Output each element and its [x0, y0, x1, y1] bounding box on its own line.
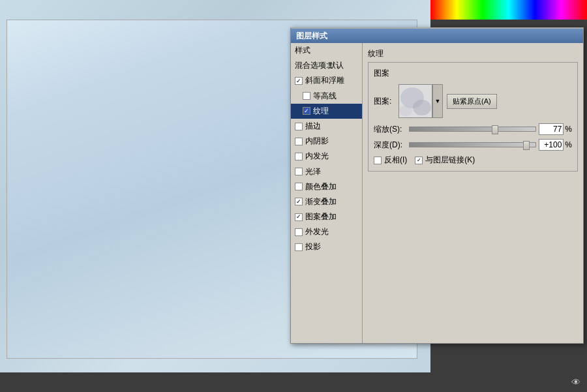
drop-shadow-checkbox[interactable] [295, 243, 303, 251]
sidebar-item-style-label: 样式 [291, 43, 362, 58]
color-bar [430, 0, 587, 20]
sidebar-item-color-overlay[interactable]: 颜色叠加 [291, 179, 362, 194]
texture-checkbox[interactable] [303, 107, 310, 115]
bevel-label: 斜面和浮雕 [305, 74, 344, 87]
dialog-body: 样式 混合选项:默认 斜面和浮雕 等高线 纹理 描边 [291, 43, 583, 343]
scale-percent-label: % [565, 125, 572, 134]
sidebar-item-texture[interactable]: 纹理 [291, 104, 362, 119]
depth-slider-thumb[interactable] [523, 141, 530, 150]
satin-label: 光泽 [305, 166, 321, 178]
blend-label: 混合选项:默认 [295, 59, 344, 72]
sub-section-title: 图案 [374, 68, 572, 79]
sidebar-item-outer-glow[interactable]: 外发光 [291, 224, 362, 239]
dialog-title: 图层样式 [296, 31, 327, 42]
inner-glow-label: 内发光 [305, 150, 329, 162]
pattern-row: 图案: [374, 84, 572, 118]
eye-icon: 👁 [571, 377, 580, 387]
section-title: 纹理 [368, 48, 578, 59]
scale-slider-thumb[interactable] [492, 125, 498, 134]
pattern-dropdown-button[interactable]: ▼ [432, 84, 443, 118]
dialog-sidebar: 样式 混合选项:默认 斜面和浮雕 等高线 纹理 描边 [291, 43, 363, 343]
pattern-preview[interactable] [399, 84, 432, 118]
link-checkbox[interactable] [415, 157, 423, 164]
scale-label: 缩放(S): [374, 124, 406, 135]
color-overlay-label: 颜色叠加 [305, 181, 337, 193]
dialog-content: 纹理 图案 图案: [363, 43, 583, 343]
gradient-overlay-checkbox[interactable] [295, 198, 303, 205]
depth-slider-row: 深度(D): % [374, 139, 572, 151]
bottom-bar: 👁 [0, 372, 587, 392]
scale-slider-row: 缩放(S): % [374, 123, 572, 135]
depth-value-input[interactable] [539, 139, 564, 151]
sidebar-item-inner-glow[interactable]: 内发光 [291, 149, 362, 164]
depth-percent-label: % [565, 140, 572, 149]
pattern-section-box: 图案 图案: [368, 62, 578, 172]
layer-style-dialog: 图层样式 样式 混合选项:默认 斜面和浮雕 等高线 纹理 [290, 27, 584, 344]
contour-checkbox[interactable] [303, 92, 310, 100]
inner-shadow-checkbox[interactable] [295, 138, 303, 145]
pattern-preview-inner [399, 85, 432, 117]
dialog-titlebar: 图层样式 [291, 29, 583, 43]
inner-shadow-label: 内阴影 [305, 135, 329, 147]
sidebar-item-drop-shadow[interactable]: 投影 [291, 239, 362, 254]
snap-to-origin-button[interactable]: 贴紧原点(A) [447, 94, 497, 109]
invert-checkbox-item: 反相(I) [374, 155, 407, 166]
sidebar-item-blend[interactable]: 混合选项:默认 [291, 58, 362, 73]
inner-glow-checkbox[interactable] [295, 153, 303, 160]
stroke-checkbox[interactable] [295, 123, 303, 130]
checkbox-row: 反相(I) 与图层链接(K) [374, 155, 572, 166]
satin-checkbox[interactable] [295, 168, 303, 175]
texture-label: 纹理 [313, 105, 329, 117]
depth-label: 深度(D): [374, 140, 406, 151]
sidebar-item-stroke[interactable]: 描边 [291, 119, 362, 134]
pattern-overlay-label: 图案叠加 [305, 211, 337, 223]
pattern-overlay-checkbox[interactable] [295, 213, 303, 221]
sidebar-item-gradient-overlay[interactable]: 渐变叠加 [291, 194, 362, 209]
scale-value-input[interactable] [539, 123, 564, 135]
sidebar-item-inner-shadow[interactable]: 内阴影 [291, 134, 362, 149]
invert-label: 反相(I) [384, 155, 407, 166]
svg-point-2 [413, 100, 431, 115]
contour-label: 等高线 [313, 90, 337, 102]
invert-checkbox[interactable] [374, 157, 382, 164]
sidebar-item-pattern-overlay[interactable]: 图案叠加 [291, 209, 362, 224]
link-checkbox-item: 与图层链接(K) [415, 155, 475, 166]
link-label: 与图层链接(K) [425, 155, 475, 166]
pattern-label: 图案: [374, 96, 399, 107]
scale-slider-track[interactable] [409, 127, 536, 132]
svg-point-3 [399, 106, 412, 116]
bevel-checkbox[interactable] [295, 77, 303, 85]
sidebar-item-contour[interactable]: 等高线 [291, 89, 362, 104]
outer-glow-label: 外发光 [305, 226, 329, 238]
sidebar-item-bevel[interactable]: 斜面和浮雕 [291, 73, 362, 88]
gradient-overlay-label: 渐变叠加 [305, 196, 337, 208]
color-overlay-checkbox[interactable] [295, 183, 303, 190]
stroke-label: 描边 [305, 120, 321, 132]
depth-slider-track[interactable] [409, 142, 536, 147]
sidebar-item-satin[interactable]: 光泽 [291, 164, 362, 179]
outer-glow-checkbox[interactable] [295, 228, 303, 236]
drop-shadow-label: 投影 [305, 241, 321, 253]
